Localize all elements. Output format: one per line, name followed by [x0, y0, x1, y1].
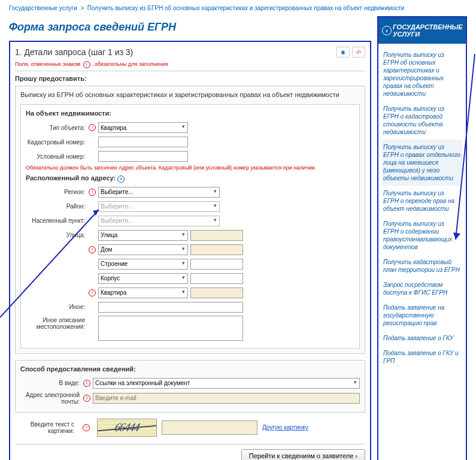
korpus-type-select[interactable]: Корпус — [98, 273, 188, 284]
breadcrumb-current: Получить выписку из ЕГРН об основных хар… — [87, 5, 405, 11]
breadcrumb-root[interactable]: Государственные услуги — [9, 5, 77, 11]
object-legend: На объект недвижимости: — [26, 110, 354, 117]
sidebar-item-8[interactable]: Подать заявление о ГКУ — [382, 331, 462, 346]
preview-icon[interactable]: ◉ — [336, 47, 350, 58]
sidebar-item-3[interactable]: Получить выписку из ЕГРН о переходе прав… — [382, 186, 462, 216]
sidebar-item-5[interactable]: Получить кадастровый план территории из … — [382, 255, 462, 277]
other-label: Иное: — [26, 304, 89, 310]
sidebar-item-6[interactable]: Запрос посредством доступа к ФГИС ЕГРН — [382, 277, 462, 300]
sidebar-item-7[interactable]: Подать заявление на государственную реги… — [382, 300, 462, 331]
form-label: В виде: — [20, 380, 83, 386]
conditional-input[interactable] — [98, 151, 188, 162]
sidebar-item-4[interactable]: Получить выписку из ЕГРН о содержании пр… — [382, 216, 462, 255]
sidebar-item-1[interactable]: Получить выписку из ЕГРН о кадастровой с… — [382, 101, 462, 140]
settlement-label: Населенный пункт: — [26, 217, 89, 224]
doc-static-text: Выписку из ЕГРН об основных характеристи… — [20, 91, 360, 98]
captcha-label: Введите текст с картинки: — [15, 421, 78, 434]
street-type-select[interactable]: Улица — [98, 230, 188, 241]
building-type-select[interactable]: Строение — [98, 259, 188, 270]
required-hint: Поля, отмеченные знаком !, обязательны д… — [15, 61, 365, 68]
located-label: Расположенный по адресу: i — [26, 174, 354, 183]
cadastral-label: Кадастровый номер: — [26, 139, 89, 146]
email-input[interactable] — [93, 393, 360, 404]
desc-label: Иное описание местоположения: — [26, 316, 89, 330]
email-label: Адрес электронной почты: — [20, 392, 83, 405]
addr-note: Обязательно должен быть заполнен Адрес о… — [26, 165, 354, 171]
conditional-label: Условный номер: — [26, 153, 89, 160]
required-icon[interactable]: ! — [83, 424, 90, 431]
info-icon[interactable]: i — [117, 175, 125, 183]
sidebar-item-9[interactable]: Подать заявление о ГКУ и ГРП — [382, 346, 462, 368]
house-type-select[interactable]: Дом — [98, 244, 188, 255]
building-value-input[interactable] — [190, 259, 243, 270]
korpus-value-input[interactable] — [190, 273, 243, 284]
sidebar-item-2[interactable]: Получить выписку из ЕГРН о правах отдель… — [382, 140, 462, 186]
desc-textarea[interactable] — [98, 316, 243, 341]
sidebar-nav: Получить выписку из ЕГРН об основных хар… — [378, 44, 466, 372]
sidebar: ГОСУДАРСТВЕННЫЕ УСЛУГИ Получить выписку … — [377, 16, 467, 460]
sidebar-header: ГОСУДАРСТВЕННЫЕ УСЛУГИ — [378, 17, 466, 44]
captcha-refresh[interactable]: Другую картинку — [262, 424, 308, 431]
delivery-form-select[interactable]: Ссылки на электронный документ — [93, 378, 360, 389]
doc-section: Выписку из ЕГРН об основных характеристи… — [15, 86, 365, 354]
captcha-image: 66444 — [97, 419, 157, 437]
page-title: Форма запроса сведений ЕГРН — [9, 21, 371, 34]
district-label: Район: — [26, 203, 89, 210]
type-select[interactable]: Квартира — [98, 122, 188, 133]
provide-label: Прошу предоставить: — [15, 71, 365, 82]
required-icon[interactable]: ! — [83, 380, 90, 387]
other-input[interactable] — [98, 302, 243, 313]
house-value-input[interactable] — [190, 244, 243, 255]
form-panel: 1. Детали запроса (шаг 1 из 3) ◉ ‹/› Пол… — [9, 41, 371, 460]
submit-button[interactable]: Перейти к сведениям о заявителе › — [241, 449, 365, 461]
xml-icon[interactable]: ‹/› — [352, 47, 365, 58]
step-title: 1. Детали запроса (шаг 1 из 3) — [15, 47, 336, 57]
breadcrumb: Государственные услуги > Получить выписк… — [0, 0, 476, 16]
captcha-input[interactable] — [162, 420, 257, 435]
sidebar-item-0[interactable]: Получить выписку из ЕГРН об основных хар… — [382, 47, 462, 101]
delivery-section: Способ предоставления сведений: В виде: … — [15, 360, 365, 413]
required-icon[interactable]: ! — [89, 289, 96, 296]
required-icon[interactable]: ! — [83, 395, 90, 402]
required-icon[interactable]: ! — [89, 246, 96, 253]
type-label: Тип объекта: — [26, 125, 89, 131]
flat-type-select[interactable]: Квартира — [98, 288, 188, 298]
flat-value-input[interactable] — [190, 288, 243, 298]
required-icon[interactable]: ! — [89, 124, 96, 131]
required-marker-icon: ! — [83, 61, 90, 68]
street-value-input[interactable] — [190, 230, 243, 241]
required-icon[interactable]: ! — [89, 189, 96, 196]
cadastral-input[interactable] — [98, 137, 188, 147]
region-select[interactable]: Выберите... — [98, 187, 220, 198]
object-fieldset: На объект недвижимости: Тип объекта: ! К… — [20, 104, 360, 349]
district-select: Выберите... — [98, 201, 220, 212]
region-label: Регион: — [26, 189, 89, 195]
settlement-select: Выберите... — [98, 216, 220, 226]
delivery-legend: Способ предоставления сведений: — [20, 365, 360, 373]
street-label: Улица: — [26, 232, 89, 238]
